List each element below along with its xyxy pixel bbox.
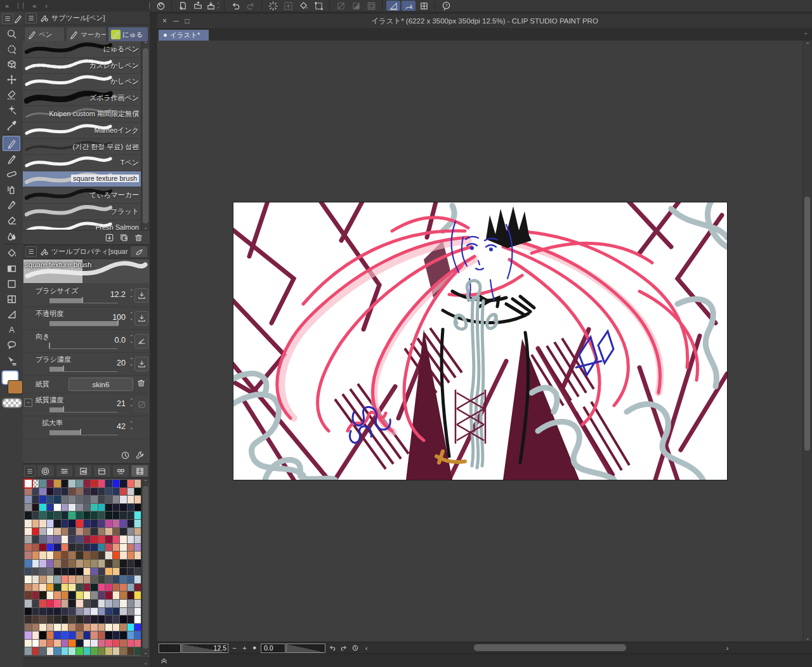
- color-cell[interactable]: [62, 544, 69, 551]
- color-cell[interactable]: [113, 520, 120, 527]
- color-cell[interactable]: [120, 504, 127, 512]
- color-cell[interactable]: [98, 544, 105, 551]
- color-cell[interactable]: [84, 520, 91, 527]
- scroll-thumb[interactable]: [143, 48, 148, 223]
- color-cell[interactable]: [91, 551, 98, 559]
- back-icon[interactable]: ‹: [45, 2, 48, 10]
- color-cell[interactable]: [91, 560, 98, 567]
- color-cell[interactable]: [54, 544, 61, 551]
- color-cell[interactable]: [105, 591, 112, 599]
- tool-settings-wrench-icon[interactable]: [135, 451, 145, 460]
- color-cell[interactable]: [25, 591, 32, 599]
- subtool-tab-ペン[interactable]: ペン: [24, 27, 65, 43]
- color-cell[interactable]: [76, 576, 83, 583]
- color-cell[interactable]: [98, 560, 105, 567]
- color-cell[interactable]: [76, 640, 83, 647]
- fill-command-icon[interactable]: [296, 1, 310, 11]
- color-cell[interactable]: [98, 551, 105, 559]
- color-cell[interactable]: [32, 512, 39, 519]
- property-value[interactable]: 100: [100, 313, 126, 322]
- color-cell[interactable]: [25, 584, 32, 591]
- transparent-color-swatch[interactable]: [2, 398, 22, 408]
- color-cell[interactable]: [32, 591, 39, 599]
- fill-tool[interactable]: [3, 246, 20, 261]
- color-cell[interactable]: [84, 591, 91, 599]
- color-cell[interactable]: [91, 608, 98, 616]
- color-cell[interactable]: [120, 591, 127, 599]
- color-cell[interactable]: [120, 488, 127, 496]
- color-cell[interactable]: [84, 504, 91, 512]
- color-cell[interactable]: [47, 631, 54, 639]
- color-cell[interactable]: [105, 504, 112, 512]
- deselect-icon[interactable]: [334, 1, 348, 11]
- sub-color-swatch[interactable]: [8, 380, 23, 394]
- color-cell[interactable]: [54, 624, 61, 631]
- brush-item[interactable]: てぃろマーカー: [23, 187, 141, 204]
- color-cell[interactable]: [69, 560, 75, 567]
- color-cell[interactable]: [91, 600, 98, 607]
- brush-item[interactable]: にゅるペン: [23, 41, 141, 58]
- color-cell[interactable]: [47, 496, 54, 503]
- source-button-icon[interactable]: [134, 397, 148, 412]
- color-cell[interactable]: [39, 584, 46, 591]
- color-cell[interactable]: [47, 647, 54, 655]
- color-cell[interactable]: [25, 631, 32, 639]
- color-cell[interactable]: [54, 480, 61, 487]
- scroll-down-icon[interactable]: ⌄: [143, 650, 148, 656]
- color-cell[interactable]: [39, 640, 46, 647]
- color-cell[interactable]: [76, 608, 83, 616]
- color-cell[interactable]: [113, 496, 120, 503]
- color-cell[interactable]: [120, 624, 127, 631]
- color-cell[interactable]: [76, 496, 83, 503]
- navigator-preview-box[interactable]: [159, 644, 181, 653]
- color-cell[interactable]: [39, 544, 46, 551]
- color-cell[interactable]: [113, 584, 120, 591]
- stepper-icon[interactable]: ⌃⌄: [129, 358, 133, 366]
- color-cell[interactable]: [62, 591, 69, 599]
- color-cell[interactable]: [84, 544, 91, 551]
- scroll-up-icon[interactable]: ⌃: [143, 479, 148, 485]
- snap-special-ruler-icon[interactable]: [402, 1, 416, 11]
- color-cell[interactable]: [39, 576, 46, 583]
- color-cell[interactable]: [91, 504, 98, 512]
- color-cell[interactable]: [54, 591, 61, 599]
- color-cell[interactable]: [120, 616, 127, 623]
- figure-tool[interactable]: [3, 276, 20, 291]
- stepper-icon[interactable]: ⌃⌄: [129, 312, 133, 320]
- color-cell[interactable]: [25, 504, 32, 512]
- color-cell[interactable]: [76, 512, 83, 519]
- color-cell[interactable]: [39, 520, 46, 527]
- brush-list-scrollbar[interactable]: ⌃ ⌄: [141, 41, 150, 230]
- color-cell[interactable]: [47, 512, 54, 519]
- color-cell[interactable]: [120, 496, 127, 503]
- color-cell[interactable]: [91, 616, 98, 623]
- color-cell[interactable]: [76, 528, 83, 536]
- color-cell[interactable]: [76, 520, 83, 527]
- color-cell[interactable]: [47, 640, 54, 647]
- color-cell[interactable]: [113, 536, 120, 543]
- color-cell[interactable]: [62, 616, 69, 623]
- color-cell[interactable]: [84, 600, 91, 607]
- color-cell[interactable]: [105, 647, 112, 655]
- color-cell[interactable]: [120, 600, 127, 607]
- color-cell[interactable]: [105, 640, 112, 647]
- rotate-left-button[interactable]: [327, 643, 337, 652]
- color-cell[interactable]: [54, 520, 61, 527]
- scroll-thumb[interactable]: [804, 197, 810, 451]
- color-cell[interactable]: [105, 631, 112, 639]
- color-cell[interactable]: [32, 488, 39, 496]
- color-cell[interactable]: [25, 528, 32, 536]
- color-cell[interactable]: [62, 528, 69, 536]
- help-icon[interactable]: ?: [439, 1, 453, 11]
- color-cell[interactable]: [98, 520, 105, 527]
- color-cell[interactable]: [98, 584, 105, 591]
- invert-selection-icon[interactable]: [349, 1, 363, 11]
- color-cell[interactable]: [113, 551, 120, 559]
- color-cell[interactable]: [91, 568, 98, 576]
- color-cell[interactable]: [113, 616, 120, 623]
- tool-property-menu-icon[interactable]: ☰: [25, 246, 37, 257]
- color-cell[interactable]: [32, 520, 39, 527]
- property-value[interactable]: 21: [100, 399, 126, 408]
- color-cell[interactable]: [69, 536, 75, 543]
- delete-texture-icon[interactable]: [136, 378, 146, 388]
